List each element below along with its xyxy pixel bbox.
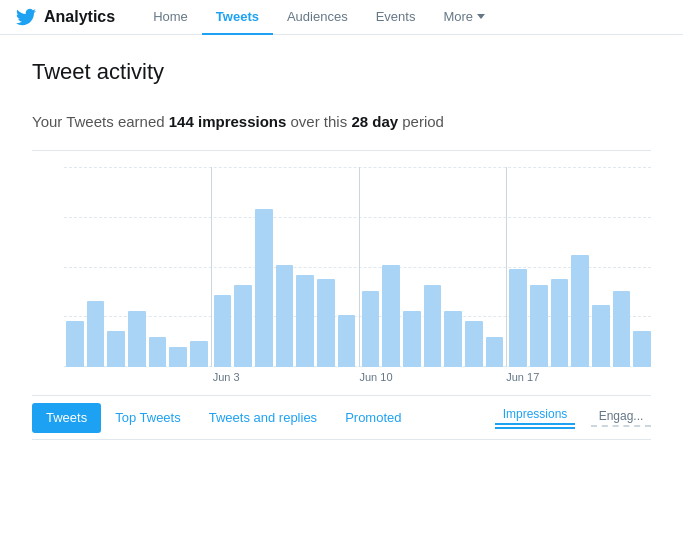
chevron-down-icon — [477, 14, 485, 19]
bar — [424, 285, 442, 367]
impressions-label: impressions — [198, 113, 286, 130]
nav-events[interactable]: Events — [362, 0, 430, 35]
bar — [509, 269, 527, 367]
bar — [214, 295, 232, 367]
chart-area — [32, 167, 651, 367]
summary-text: Your Tweets earned 144 impressions over … — [32, 113, 651, 130]
days-count: 28 — [351, 113, 368, 130]
bar — [255, 209, 273, 367]
bar — [444, 311, 462, 367]
week-group-0 — [64, 167, 208, 367]
x-label-jun10: Jun 10 — [358, 371, 505, 391]
summary-middle: over this — [286, 113, 351, 130]
bar — [190, 341, 208, 367]
nav-home[interactable]: Home — [139, 0, 202, 35]
x-label-0 — [64, 371, 211, 391]
tab-right: Impressions Engag... — [495, 407, 651, 429]
x-label-jun3: Jun 3 — [211, 371, 358, 391]
metric-impressions[interactable]: Impressions — [495, 407, 575, 429]
bar — [276, 265, 294, 367]
days-label: day — [372, 113, 398, 130]
metric-impressions-label: Impressions — [503, 407, 568, 421]
summary-prefix: Your Tweets earned — [32, 113, 169, 130]
tab-left: Tweets Top Tweets Tweets and replies Pro… — [32, 396, 495, 440]
engagements-underline — [591, 425, 651, 427]
page-content: Tweet activity Your Tweets earned 144 im… — [0, 35, 683, 440]
week-group-1 — [211, 167, 356, 367]
bars-container — [64, 167, 651, 367]
tab-tweets-replies[interactable]: Tweets and replies — [195, 396, 331, 440]
bar — [362, 291, 380, 367]
tab-tweets[interactable]: Tweets — [32, 403, 101, 433]
x-label-jun17: Jun 17 — [504, 371, 651, 391]
bar — [633, 331, 651, 367]
bar — [317, 279, 335, 367]
bar — [338, 315, 356, 367]
x-axis: Jun 3 Jun 10 Jun 17 — [32, 371, 651, 391]
chart-wrapper: Jun 3 Jun 10 Jun 17 Tweets Top Tweets Tw… — [32, 150, 651, 440]
bar — [128, 311, 146, 367]
twitter-logo — [16, 7, 36, 27]
summary-suffix: period — [398, 113, 444, 130]
nav-audiences[interactable]: Audiences — [273, 0, 362, 35]
tab-top-tweets[interactable]: Top Tweets — [101, 396, 195, 440]
tab-bar: Tweets Top Tweets Tweets and replies Pro… — [32, 395, 651, 439]
bar — [149, 337, 167, 367]
week-group-2 — [359, 167, 504, 367]
nav-tweets[interactable]: Tweets — [202, 0, 273, 35]
page-title: Tweet activity — [32, 59, 651, 85]
nav-more[interactable]: More — [429, 0, 499, 35]
bar — [382, 265, 400, 367]
bar — [66, 321, 84, 367]
brand-name: Analytics — [44, 8, 115, 26]
bar — [234, 285, 252, 367]
bar — [571, 255, 589, 367]
bar — [486, 337, 504, 367]
main-nav: Home Tweets Audiences Events More — [139, 0, 499, 34]
bar — [613, 291, 631, 367]
impressions-count: 144 — [169, 113, 194, 130]
bar — [551, 279, 569, 367]
metric-engagements-label: Engag... — [599, 409, 644, 423]
bar — [107, 331, 125, 367]
bar — [169, 347, 187, 367]
week-group-3 — [506, 167, 651, 367]
header: Analytics Home Tweets Audiences Events M… — [0, 0, 683, 35]
bar — [530, 285, 548, 367]
bar — [87, 301, 105, 367]
metric-engagements[interactable]: Engag... — [591, 409, 651, 427]
tab-promoted[interactable]: Promoted — [331, 396, 415, 440]
bar — [296, 275, 314, 367]
bar — [592, 305, 610, 367]
bar — [465, 321, 483, 367]
nav-more-label: More — [443, 9, 473, 24]
bar — [403, 311, 421, 367]
impressions-underline — [495, 423, 575, 425]
